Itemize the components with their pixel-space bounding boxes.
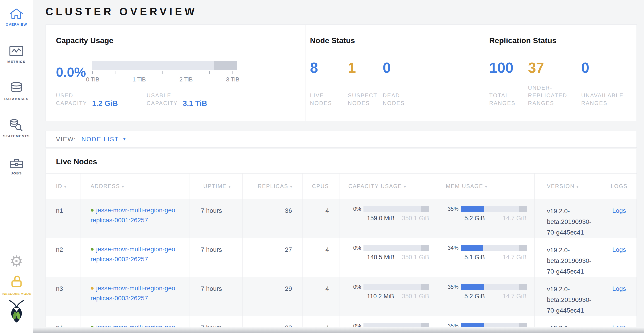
node-cpus-cell: 4 [302, 277, 339, 316]
node-logs-link[interactable]: Logs [612, 324, 626, 327]
used-capacity-value: 1.2 GiB [92, 99, 118, 108]
node-health-dot [91, 209, 94, 212]
capacity-bar-cap-segment [214, 61, 237, 70]
node-address-cell: jesse-movr-multi-region-geo replicas-000… [80, 238, 189, 277]
usable-capacity-value: 3.1 TiB [183, 99, 207, 108]
node-row: n2 jesse-movr-multi-region-geo replicas-… [46, 238, 637, 277]
capacity-axis-ticks [92, 71, 237, 74]
column-header-6d[interactable]: MEM USAGE▾ [437, 174, 534, 199]
stat-value: 0 [581, 61, 624, 74]
stat-block: 100 TOTAL RANGES [489, 61, 528, 107]
sidebar-item-3d[interactable]: STATEMENTS [3, 118, 30, 138]
node-logs-cell: Logs [601, 199, 637, 238]
node-cpus-cell: 4 [302, 316, 339, 327]
node-row: n1 jesse-movr-multi-region-geo replicas-… [46, 199, 637, 238]
node-replicas-cell: 36 [242, 199, 302, 238]
node-address-link[interactable]: jesse-movr-multi-region-geo replicas-000… [91, 322, 176, 327]
node-version-cell: v19.2.0- beta.20190930- 70-g445ec41 [534, 316, 601, 327]
column-header-8d[interactable]: LOGS [601, 174, 637, 199]
column-header-5d[interactable]: CAPACITY USAGE▾ [339, 174, 437, 199]
column-header-4d[interactable]: CPUS [302, 174, 339, 199]
mem-meter-track [461, 206, 526, 212]
capacity-gauge: 0.0% 0 TiB 1 TiB 2 TiB [56, 61, 305, 83]
capacity-usage-title: Capacity Usage [56, 36, 305, 45]
sidebar-item-label: OVERVIEW [6, 23, 27, 26]
stat-value: 0 [383, 61, 405, 74]
column-header-1d[interactable]: ADDRESS▾ [80, 174, 189, 199]
insecure-mode-indicator: INSECURE MODE [0, 273, 33, 295]
node-id-cell: n2 [46, 238, 80, 277]
node-version-cell: v19.2.0- beta.20190930- 70-g445ec41 [534, 277, 601, 316]
column-header-7d[interactable]: VERSION▾ [534, 174, 601, 199]
sidebar-item-label: METRICS [7, 60, 26, 64]
column-header-3d[interactable]: REPLICAS▾ [242, 174, 302, 199]
mem-meter-fill [461, 323, 484, 327]
node-row: n4 jesse-movr-multi-region-geo replicas-… [46, 316, 637, 327]
capacity-axis-labels: 0 TiB 1 TiB 2 TiB 3 TiB [92, 76, 237, 83]
sort-arrow-icon: ▾ [485, 184, 488, 189]
node-logs-link[interactable]: Logs [612, 285, 626, 292]
node-replicas-cell: 27 [242, 238, 302, 277]
node-id-cell: n4 [46, 316, 80, 327]
node-address-cell: jesse-movr-multi-region-geo replicas-000… [80, 316, 189, 327]
node-health-dot [91, 326, 94, 327]
stat-block: 8 LIVE NODES [310, 61, 348, 107]
view-selector-bar: VIEW: NODE LIST ▼ [46, 131, 637, 148]
node-row: n3 jesse-movr-multi-region-geo replicas-… [46, 277, 637, 316]
node-status-title: Node Status [310, 36, 483, 45]
node-logs-link[interactable]: Logs [612, 246, 626, 253]
node-address-link[interactable]: jesse-movr-multi-region-geo replicas-000… [91, 283, 176, 303]
sidebar: OVERVIEW METRICS DAT [0, 0, 33, 333]
node-logs-link[interactable]: Logs [612, 207, 626, 214]
stat-label: DEAD NODES [383, 92, 405, 107]
mem-meter-cap [519, 245, 526, 251]
node-capacity-cell: 0% 140.5 MiB 350.1 GiB [339, 238, 437, 277]
column-header-2d[interactable]: UPTIME▾ [189, 174, 242, 199]
mem-meter-cap [519, 323, 526, 327]
mem-meter-track [461, 245, 526, 251]
gear-icon[interactable]: ⚙ [0, 252, 33, 270]
column-header-0d[interactable]: ID▾ [46, 174, 80, 199]
capacity-bar-chart: 0 TiB 1 TiB 2 TiB 3 TiB [92, 61, 237, 83]
node-address-cell: jesse-movr-multi-region-geo replicas-000… [80, 199, 189, 238]
node-address-link[interactable]: jesse-movr-multi-region-geo replicas-000… [91, 244, 176, 264]
sidebar-item-label: JOBS [11, 171, 22, 175]
live-nodes-table: ID▾ ADDRESS▾ UPTIME▾ REPLICAS▾ CPUS CAPA… [46, 173, 637, 327]
mem-meter-cap [519, 284, 526, 290]
capacity-meter-cap [421, 284, 429, 290]
node-logs-cell: Logs [601, 316, 637, 327]
node-uptime-cell: 7 hours [189, 277, 242, 316]
mem-meter-fill [461, 284, 484, 290]
capacity-usage-panel: Capacity Usage 0.0% 0 TiB [46, 25, 305, 121]
stat-label: UNDER- REPLICATED RANGES [528, 84, 581, 107]
chevron-down-icon: ▼ [122, 137, 126, 142]
usable-capacity-label: USABLE CAPACITY [146, 92, 178, 107]
view-label: VIEW: [56, 136, 76, 143]
sort-arrow-icon: ▾ [576, 184, 579, 189]
node-capacity-cell: 0% 159.0 MiB 350.1 GiB [339, 199, 437, 238]
node-health-dot [91, 248, 94, 251]
sidebar-item-1d[interactable]: METRICS [7, 43, 26, 64]
used-capacity-label: USED CAPACITY [56, 92, 87, 107]
node-memory-cell: 35% 5.2 GiB 14.7 GiB [437, 316, 534, 327]
live-nodes-panel: Live Nodes ID▾ ADDRESS▾ UPTIME▾ REPLICAS… [46, 149, 637, 327]
node-health-dot [91, 287, 94, 290]
node-address-link[interactable]: jesse-movr-multi-region-geo replicas-000… [91, 205, 176, 225]
node-logs-cell: Logs [601, 238, 637, 277]
view-dropdown-value: NODE LIST [82, 136, 119, 143]
stat-value: 37 [528, 61, 581, 74]
sidebar-item-0d[interactable]: OVERVIEW [6, 6, 27, 26]
node-id-cell: n3 [46, 277, 80, 316]
view-dropdown[interactable]: NODE LIST ▼ [82, 136, 126, 143]
main-content: CLUSTER OVERVIEW Capacity Usage 0.0% [33, 0, 644, 333]
node-cpus-cell: 4 [302, 238, 339, 277]
sidebar-item-4d[interactable]: JOBS [10, 155, 24, 175]
mem-usage-meter: 34% 5.1 GiB 14.7 GiB [446, 245, 534, 261]
3con [10, 118, 23, 132]
lock-open-icon [10, 286, 23, 290]
sidebar-item-2d[interactable]: DATABASES [4, 80, 28, 101]
cockroachdb-logo-icon[interactable] [0, 298, 33, 324]
capacity-usage-meter: 0% 140.5 MiB 350.1 GiB [348, 245, 436, 261]
capacity-usage-meter: 0% 106.9 MiB 350.1 GiB [348, 323, 436, 327]
mem-meter-track [461, 323, 526, 327]
